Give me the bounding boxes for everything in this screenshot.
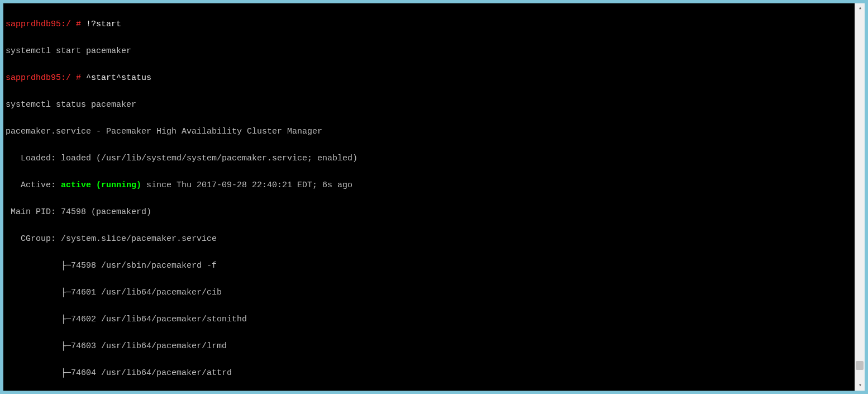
terminal-content[interactable]: sapprdhdb95:/ # !?start systemctl start … — [3, 3, 855, 391]
cgroup-tree-item: ├─74603 /usr/lib64/pacemaker/lrmd — [6, 340, 852, 353]
command-1: !?start — [86, 20, 121, 29]
cgroup-line: CGroup: /system.slice/pacemaker.service — [6, 232, 852, 246]
service-description: pacemaker.service - Pacemaker High Avail… — [6, 125, 852, 139]
scroll-up-button[interactable]: ▴ — [855, 3, 865, 13]
prompt-host: sapprdhdb95:/ — [6, 20, 76, 29]
cgroup-tree-item: ├─74598 /usr/sbin/pacemakerd -f — [6, 259, 852, 273]
prompt-hash: # — [76, 73, 81, 83]
prompt-line-2: sapprdhdb95:/ # ^start^status — [6, 72, 852, 85]
command-2-expanded: systemctl status pacemaker — [6, 98, 852, 112]
cgroup-tree-item: ├─74602 /usr/lib64/pacemaker/stonithd — [6, 313, 852, 326]
scroll-thumb[interactable] — [856, 361, 864, 370]
scrollbar[interactable]: ▴ ▾ — [855, 3, 865, 391]
prompt-hash: # — [76, 20, 81, 29]
command-2: ^start^status — [86, 73, 151, 83]
terminal-window: sapprdhdb95:/ # !?start systemctl start … — [3, 3, 865, 391]
command-1-expanded: systemctl start pacemaker — [6, 45, 852, 58]
prompt-line-1: sapprdhdb95:/ # !?start — [6, 18, 852, 31]
scroll-down-button[interactable]: ▾ — [855, 381, 865, 391]
active-status: active (running) — [61, 181, 141, 190]
loaded-line: Loaded: loaded (/usr/lib/systemd/system/… — [6, 152, 852, 165]
active-line: Active: active (running) since Thu 2017-… — [6, 179, 852, 192]
cgroup-tree-item: ├─74601 /usr/lib64/pacemaker/cib — [6, 286, 852, 300]
cgroup-tree-item: ├─74604 /usr/lib64/pacemaker/attrd — [6, 367, 852, 380]
prompt-host: sapprdhdb95:/ — [6, 73, 76, 83]
main-pid-line: Main PID: 74598 (pacemakerd) — [6, 206, 852, 219]
